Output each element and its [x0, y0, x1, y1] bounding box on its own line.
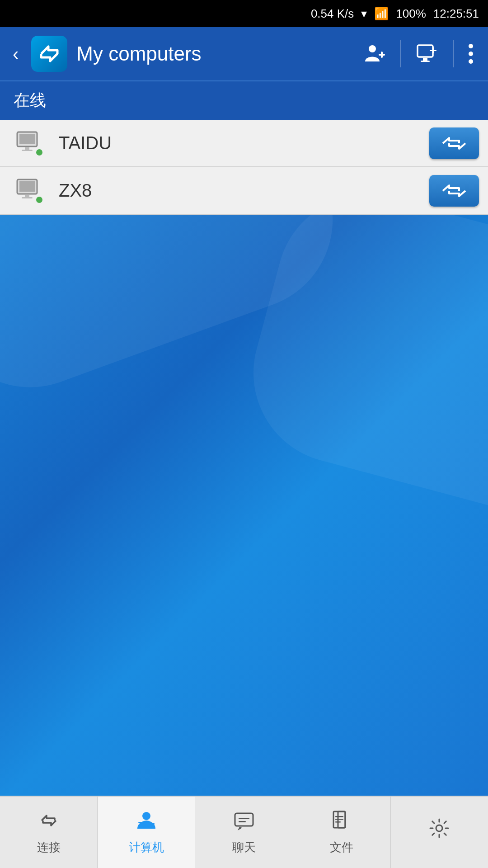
svg-rect-30	[335, 821, 341, 823]
nav-item-connect[interactable]: 连接	[0, 797, 98, 868]
computer-name-zx8: ZX8	[50, 180, 429, 201]
svg-rect-23	[235, 813, 253, 826]
nav-label-files: 文件	[330, 840, 353, 855]
bottom-nav: 连接 计算机 聊天	[0, 796, 488, 868]
online-dot-2	[35, 196, 43, 204]
svg-rect-22	[149, 826, 155, 827]
content-area: 在线 TAIDU	[0, 81, 488, 215]
nav-item-chat[interactable]: 聊天	[195, 797, 293, 868]
computer-icon-wrap-2	[9, 178, 50, 203]
settings-icon	[428, 817, 450, 844]
status-bar: 0.54 K/s ▾ 📶 100% 12:25:51	[0, 0, 488, 27]
connect-button-zx8[interactable]	[429, 175, 479, 207]
nav-item-files[interactable]: 文件	[293, 797, 391, 868]
svg-rect-17	[25, 194, 29, 197]
svg-rect-18	[22, 197, 33, 198]
overflow-menu-button[interactable]	[463, 37, 479, 71]
svg-point-31	[436, 825, 442, 831]
svg-rect-4	[423, 58, 427, 61]
chat-icon	[233, 810, 255, 836]
add-computer-button[interactable]	[410, 37, 444, 71]
files-icon	[331, 810, 352, 836]
svg-point-19	[142, 812, 150, 820]
svg-rect-5	[421, 61, 430, 62]
svg-rect-29	[335, 819, 343, 820]
connect-button-taidu[interactable]	[429, 127, 479, 159]
computer-item-taidu[interactable]: TAIDU	[0, 120, 488, 167]
back-button[interactable]: ‹	[9, 40, 22, 68]
svg-point-9	[469, 52, 473, 56]
battery-level: 100%	[396, 7, 426, 21]
svg-rect-13	[25, 147, 29, 150]
connect-icon	[38, 810, 60, 836]
nav-label-computers: 计算机	[129, 840, 164, 855]
svg-rect-16	[19, 181, 35, 192]
svg-point-8	[469, 44, 473, 48]
computer-item-zx8[interactable]: ZX8	[0, 167, 488, 215]
divider-1	[400, 40, 401, 67]
svg-rect-25	[239, 821, 246, 822]
computer-list: TAIDU ZX8	[0, 120, 488, 215]
nav-label-chat: 聊天	[232, 840, 256, 855]
clock: 12:25:51	[433, 7, 479, 21]
svg-rect-24	[239, 818, 249, 819]
computers-icon	[136, 810, 157, 836]
nav-item-settings[interactable]	[391, 797, 488, 868]
nav-item-computers[interactable]: 计算机	[98, 797, 195, 868]
computer-name-taidu: TAIDU	[50, 133, 429, 153]
app-header: ‹ My computers	[0, 27, 488, 81]
divider-2	[453, 40, 454, 67]
nav-label-connect: 连接	[37, 840, 61, 855]
svg-point-10	[469, 59, 473, 64]
section-online-header: 在线	[0, 81, 488, 120]
svg-rect-28	[335, 816, 343, 817]
app-title: My computers	[76, 42, 349, 65]
svg-rect-14	[22, 150, 33, 151]
svg-rect-12	[19, 134, 35, 144]
add-person-button[interactable]	[358, 37, 391, 71]
svg-rect-2	[379, 54, 385, 56]
app-logo	[31, 36, 67, 72]
svg-point-0	[369, 45, 376, 52]
online-dot	[35, 148, 43, 156]
computer-icon-wrap	[9, 131, 50, 156]
svg-rect-7	[430, 50, 436, 51]
signal-icon: 📶	[374, 7, 389, 21]
wifi-icon: ▾	[361, 7, 367, 21]
svg-rect-21	[149, 823, 155, 825]
network-speed: 0.54 K/s	[311, 7, 354, 21]
